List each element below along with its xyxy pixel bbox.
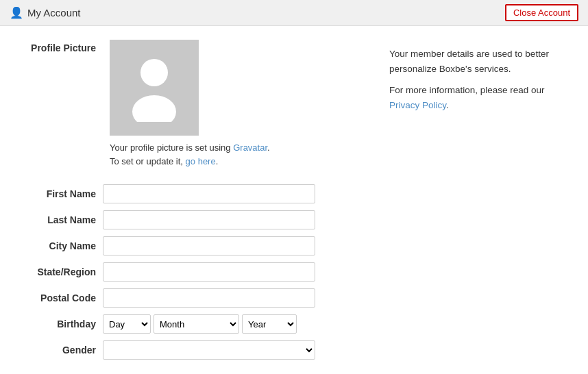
form-section: First Name Last Name City Name State/Reg… [21,184,362,360]
header: 👤 My Account Close Account [0,0,588,26]
city-name-label: City Name [21,240,96,251]
last-name-label: Last Name [21,214,96,225]
last-name-row: Last Name [21,210,362,229]
birthday-year-select[interactable]: Year202620252024202320222021202020192018… [242,314,297,334]
profile-gravatar-text: Your profile picture is set using Gravat… [110,141,270,168]
birthday-row: Birthday Day1234567891011121314151617181… [21,314,362,334]
birthday-month-select[interactable]: MonthJanuaryFebruaryMarchAprilMayJuneJul… [154,314,239,334]
avatar-icon [127,53,182,122]
city-name-input[interactable] [103,236,315,255]
birthday-label: Birthday [21,319,96,329]
city-name-row: City Name [21,236,362,255]
gravatar-link[interactable]: Gravatar [233,142,267,153]
state-region-label: State/Region [21,266,96,277]
svg-point-0 [140,59,168,86]
user-icon: 👤 [10,6,23,19]
gender-label: Gender [21,345,96,356]
profile-picture-row: Profile Picture Your profile picture is … [21,40,362,168]
info-line1: Your member details are used to better p… [389,47,567,76]
privacy-policy-link[interactable]: Privacy Policy [389,100,446,110]
postal-code-label: Postal Code [21,292,96,303]
close-account-button[interactable]: Close Account [505,4,578,21]
page-title: My Account [27,7,81,18]
gender-row: Gender MaleFemaleOtherPrefer not to say [21,340,362,360]
header-title: 👤 My Account [10,6,81,19]
state-region-input[interactable] [103,262,315,282]
info-line2: For more information, please read our Pr… [389,83,567,112]
gender-select[interactable]: MaleFemaleOtherPrefer not to say [103,340,315,360]
go-here-link[interactable]: go here [186,156,216,166]
first-name-label: First Name [21,188,96,199]
first-name-row: First Name [21,184,362,203]
main-content: Profile Picture Your profile picture is … [0,26,588,373]
state-region-row: State/Region [21,262,362,282]
birthday-selects: Day1234567891011121314151617181920212223… [103,314,297,334]
postal-code-row: Postal Code [21,288,362,308]
profile-picture-area: Your profile picture is set using Gravat… [110,40,270,168]
svg-point-1 [132,95,176,122]
profile-picture-label: Profile Picture [21,40,96,168]
right-column: Your member details are used to better p… [389,40,567,360]
left-column: Profile Picture Your profile picture is … [21,40,362,360]
avatar-placeholder [110,40,199,136]
last-name-input[interactable] [103,210,315,229]
first-name-input[interactable] [103,184,315,203]
birthday-day-select[interactable]: Day1234567891011121314151617181920212223… [103,314,151,334]
postal-code-input[interactable] [103,288,315,308]
